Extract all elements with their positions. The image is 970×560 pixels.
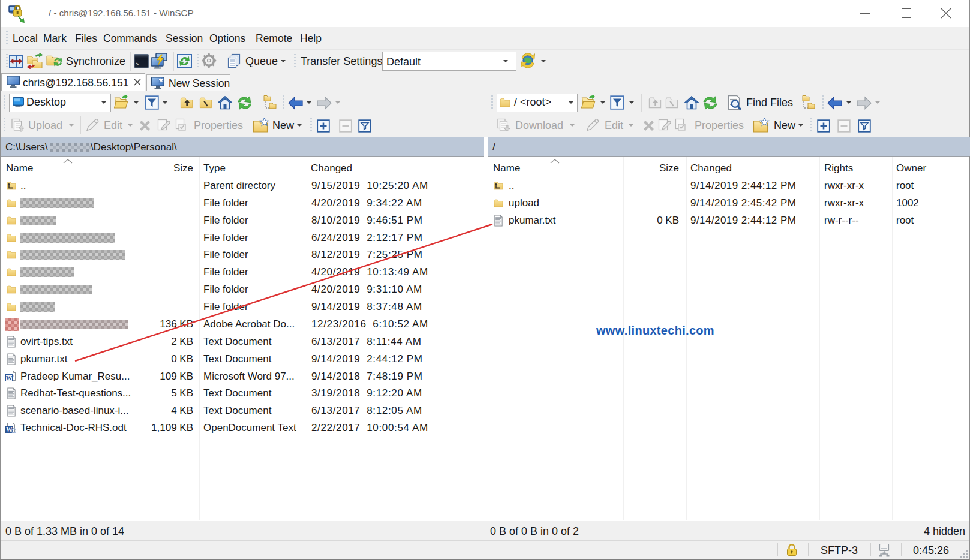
svg-text:>: > xyxy=(136,62,139,68)
svg-text:W: W xyxy=(6,426,12,433)
svg-text:W: W xyxy=(6,375,13,381)
